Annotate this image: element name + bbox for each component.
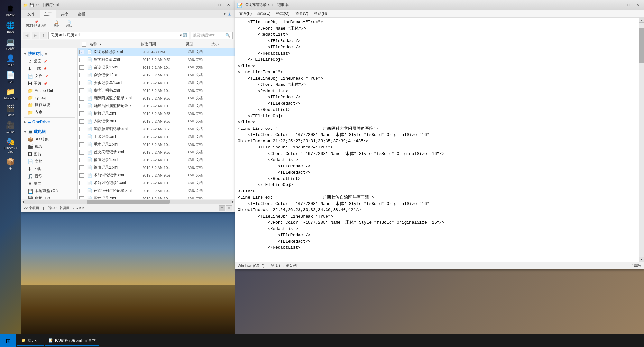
sidebar-item-dl[interactable]: ⬇ 下载 <box>21 165 77 173</box>
file-item-huizhen-dan1[interactable]: 📄会诊记录单1.xml 2019-8-2 AM 10... XML 文档 <box>78 79 235 87</box>
file-item-ruyuan[interactable]: 📄入院记录.xml 2019-8-2 AM 9:57 XML 文档 <box>78 118 235 125</box>
breadcrumb-part1[interactable]: 病历xml <box>51 32 64 38</box>
icon-princess[interactable]: 🎭 Princess Tales <box>3 136 19 155</box>
file-item-shoushu[interactable]: 📄手术记录.xml 2019-8-2 AM 10... XML 文档 <box>78 133 235 141</box>
ribbon-info-icon[interactable]: ⓘ <box>228 12 231 17</box>
sidebar-item-adobe[interactable]: 📁 Adobe Out <box>21 87 77 94</box>
sidebar-item-downloads[interactable]: ⬇ 下载 📌 <box>21 65 77 72</box>
sidebar-item-dsk[interactable]: 🖥 桌面 <box>21 180 77 187</box>
sidebar-item-d[interactable]: 💾 数据 (D:) <box>21 195 77 199</box>
view-list-button[interactable]: ≡ <box>219 205 225 211</box>
file-item-mazui1[interactable]: 📄麻醉附属监护记录.xml 2019-8-2 AM 9:57 XML 文档 <box>78 94 235 102</box>
sidebar-item-zybcjl[interactable]: 📁 zy_bcjl <box>21 94 77 101</box>
taskbar-explorer-item[interactable]: 📁 病历xml <box>17 336 44 346</box>
taskbar-start-button[interactable]: ⊞ <box>0 334 16 347</box>
file-item-huizhen12[interactable]: 📄会诊记录12.xml 2019-8-2 AM 10... XML 文档 <box>78 71 235 79</box>
file-item-siwang-lilun[interactable]: 📄死亡病例讨论记录.xml 2019-8-2 AM 10... XML 文档 <box>78 187 235 195</box>
menu-file[interactable]: 文件(F) <box>236 10 254 17</box>
file-checkbox-duoxueke[interactable] <box>79 58 84 62</box>
menu-format[interactable]: 格式(O) <box>273 10 292 17</box>
sidebar-item-desktop[interactable]: 🖥 桌面 📌 <box>21 58 77 65</box>
icon-folder2[interactable]: 📁 Adobe Out <box>3 86 19 101</box>
file-item-shuxue1[interactable]: 📄输血记录1.xml 2019-8-2 AM 10... XML 文档 <box>78 156 235 164</box>
view-detail-button[interactable]: ⊟ <box>226 205 232 211</box>
address-bar[interactable]: 病历xml › 病历xml ▼ 🔄 <box>48 32 189 39</box>
icon-recycle[interactable]: 🗑 回收站 <box>3 3 19 18</box>
explorer-maximize-button[interactable]: □ <box>215 2 224 8</box>
icon-this-pc[interactable]: 💻 此电脑 <box>3 37 19 51</box>
explorer-minimize-button[interactable]: ─ <box>206 2 215 8</box>
file-item-qiangjiu[interactable]: 📄抢救记录.xml 2019-8-2 AM 9:58 XML 文档 <box>78 110 235 118</box>
nav-back-button[interactable]: ◀ <box>23 32 30 39</box>
select-all-checkbox[interactable] <box>82 42 86 47</box>
notepad-minimize-button[interactable]: ─ <box>615 2 624 8</box>
hscroll-thumb[interactable] <box>87 200 170 204</box>
tab-view[interactable]: 查看 <box>73 10 89 18</box>
icon-pdf[interactable]: 📄 PDF <box>3 70 19 85</box>
file-item-shuqian2[interactable]: 📄术前讨论记录1.xml 2019-8-2 AM 10... XML 文档 <box>78 179 235 187</box>
hscroll-right-btn[interactable]: ▶ <box>232 200 234 203</box>
sidebar-onedrive-header[interactable]: ▶ ☁ OneDrive <box>21 119 77 125</box>
vscroll-up-btn[interactable]: ▲ <box>639 18 644 23</box>
file-item-jibing[interactable]: 📄疾病证明书.xml 2019-8-2 AM 10... XML 文档 <box>78 87 235 94</box>
file-item-icu[interactable]: ✓ 📄 ICU病程记录.xml 2020-1-30 PM 1... XML 文档 <box>78 48 235 56</box>
col-date-header[interactable]: 修改日期 <box>141 41 186 47</box>
ribbon-copy-btn[interactable]: 📋复制 <box>51 19 61 29</box>
sidebar-this-pc-header[interactable]: ▼ 💻 此电脑 <box>21 128 77 136</box>
menu-view[interactable]: 查看(V) <box>293 10 311 17</box>
ribbon-pin-btn[interactable]: 📌固定到快速访问 <box>24 19 49 29</box>
sidebar-item-os[interactable]: 📁 操作系统 <box>21 101 77 109</box>
vscroll-down-btn[interactable]: ▼ <box>639 257 644 262</box>
ribbon-paste-btn[interactable]: 📄粘贴 <box>64 19 74 29</box>
sidebar-quick-access-header[interactable]: ▼ 快速访问 ✩ <box>21 50 77 58</box>
ribbon-help-icon[interactable]: ▼ <box>223 12 226 16</box>
tab-share[interactable]: 共享 <box>57 10 73 18</box>
file-item-shuqian1[interactable]: 📄术前讨论记录.xml 2019-8-2 AM 9:59 XML 文档 <box>78 172 235 179</box>
col-size-header[interactable]: 大小 <box>211 41 231 47</box>
notepad-maximize-button[interactable]: □ <box>624 2 633 8</box>
icon-half[interactable]: 📦 半 <box>3 156 19 171</box>
explorer-close-button[interactable]: ✕ <box>224 2 233 8</box>
notepad-vscroll[interactable]: ▲ ▼ <box>639 18 644 262</box>
notepad-close-button[interactable]: ✕ <box>633 2 642 8</box>
hscroll-track[interactable] <box>24 200 232 204</box>
icon-mp4[interactable]: 🎥 1.mp4 <box>3 120 19 135</box>
address-refresh-button[interactable]: 🔄 <box>183 33 187 37</box>
nav-forward-button[interactable]: ▶ <box>32 32 39 39</box>
col-type-header[interactable]: 类型 <box>186 41 211 47</box>
menu-edit[interactable]: 编辑(E) <box>255 10 273 17</box>
sidebar-item-video[interactable]: 🎬 视频 <box>21 143 77 150</box>
file-item-mazui2[interactable]: 📄麻醉后附属监护记录.xml 2019-8-2 AM 10... XML 文档 <box>78 102 235 110</box>
file-item-huizhen1[interactable]: 📄会诊记录1.xml 2019-8-2 AM 10... XML 文档 <box>78 64 235 71</box>
sidebar-item-docs[interactable]: 📄 文档 <box>21 158 77 165</box>
sidebar-item-pictures[interactable]: 🖼 图片 📌 <box>21 80 77 87</box>
tab-file[interactable]: 文件 <box>23 10 39 18</box>
sidebar-item-c[interactable]: 💾 本地磁盘 (C:) <box>21 187 77 195</box>
notepad-text-area[interactable]: <TEleLineObj LineBreak="True"> <CFont Na… <box>235 18 639 262</box>
icon-edge[interactable]: 🌐 Edge <box>3 20 19 35</box>
sidebar-item-documents[interactable]: 📄 文档 📌 <box>21 72 77 80</box>
tab-home[interactable]: 主页 <box>40 10 56 19</box>
taskbar-notepad-item[interactable]: 📝 ICU病程记录.xml - 记事本 <box>45 336 99 346</box>
search-bar[interactable]: 搜索"病历xml" 🔍 <box>191 32 233 39</box>
file-item-shoucichengcheng[interactable]: 📄首次病程记录.xml 2019-8-2 AM 9:57 XML 文档 <box>78 148 235 156</box>
nav-up-button[interactable]: ↑ <box>40 32 47 39</box>
explorer-hscroll[interactable]: ◀ ▶ <box>21 199 235 204</box>
icon-user[interactable]: 👤 用户 <box>3 53 19 68</box>
hscroll-left-btn[interactable]: ◀ <box>22 200 24 203</box>
sidebar-item-music[interactable]: 🎵 音乐 <box>21 173 77 180</box>
file-item-shuxue2[interactable]: 📄输血记录2.xml 2019-8-2 AM 10... XML 文档 <box>78 164 235 172</box>
file-checkbox-icu[interactable]: ✓ <box>79 50 84 54</box>
vscroll-thumb[interactable] <box>639 28 644 63</box>
file-item-siwang[interactable]: 📄死亡记录.xml 2019-8-2 AM 10... XML 文档 <box>78 195 235 199</box>
vscroll-track[interactable] <box>639 23 644 257</box>
sidebar-item-3d[interactable]: 📦 3D 对象 <box>21 136 77 143</box>
address-dropdown-button[interactable]: ▼ <box>179 33 183 37</box>
icon-video[interactable]: 🎬 Focus <box>3 103 19 118</box>
sidebar-item-pics[interactable]: 🖼 图片 <box>21 150 77 158</box>
file-item-shenjing[interactable]: 📄深静脉穿刺记录.xml 2019-8-2 AM 9:58 XML 文档 <box>78 125 235 133</box>
menu-help[interactable]: 帮助(H) <box>311 10 330 17</box>
file-item-shoushu1[interactable]: 📄手术记录1.xml 2019-8-2 AM 10... XML 文档 <box>78 141 235 148</box>
col-name-header[interactable]: 名称 ▲ <box>89 41 141 47</box>
breadcrumb-part2[interactable]: 病历xml <box>67 32 80 38</box>
